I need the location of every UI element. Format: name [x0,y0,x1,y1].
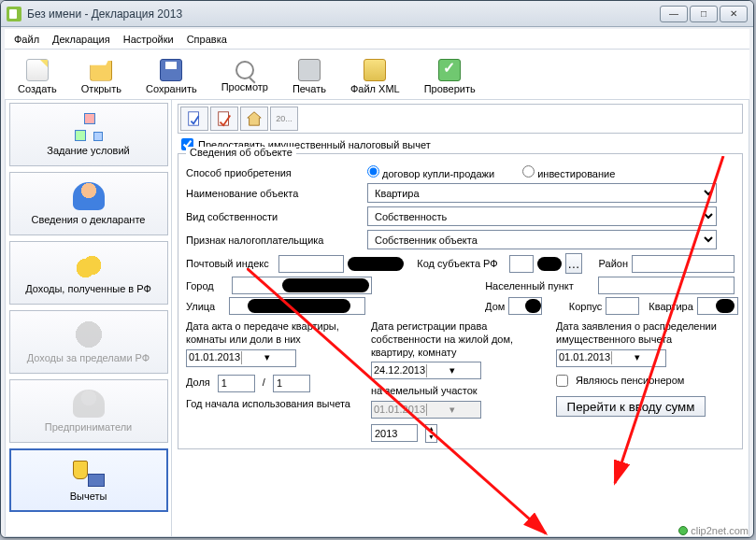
date-land-label: на земельный участок [371,385,543,398]
redaction [537,257,562,271]
year-start-label: Год начала использования вычета [186,398,358,411]
check-icon [438,59,461,81]
app-icon [7,7,21,21]
year-up-button[interactable]: ▲ [426,425,436,433]
deduction-icon [73,459,105,487]
sidebar-item-income-abroad[interactable]: Доходы за пределами РФ [9,310,168,374]
tab-losses[interactable]: 20... [270,107,298,131]
moneybag-icon [73,320,105,348]
city-label: Город [186,280,228,291]
flat-label: Квартира [649,301,693,312]
menubar: Файл Декларация Настройки Справка [5,29,749,50]
redaction [525,299,540,313]
date-reg-label: Дата регистрации права собственности на … [371,320,543,359]
ownership-label: Вид собственности [186,211,362,222]
magnifier-icon [235,61,254,79]
print-button[interactable]: Печать [292,59,326,94]
acquisition-label: Способ приобретения [186,167,362,178]
goto-sums-button[interactable]: Перейти к вводу сумм [556,396,706,417]
preview-button[interactable]: Просмотр [221,61,268,92]
taxpayer-select[interactable]: Собственник объекта [367,230,717,249]
close-button[interactable]: ✕ [720,6,748,22]
redaction [248,299,350,313]
main-panel: 20... Предоставить имущественный налогов… [172,100,749,536]
object-name-select[interactable]: Квартира [367,183,717,203]
locality-input[interactable] [598,277,735,294]
menu-help[interactable]: Справка [187,34,227,45]
menu-file[interactable]: Файл [14,34,39,45]
maximize-button[interactable]: □ [690,6,718,22]
xml-button[interactable]: Файл XML [350,59,400,94]
share-numerator-input[interactable] [218,375,255,392]
region-code-label: Код субъекта РФ [417,258,506,269]
district-input[interactable] [632,255,735,273]
region-code-input[interactable] [509,255,534,273]
redaction [716,299,735,313]
district-label: Район [599,258,628,269]
menu-settings[interactable]: Настройки [123,34,174,45]
group-title: Сведения об объекте [186,147,296,158]
year-down-button[interactable]: ▼ [426,433,436,442]
tab-property[interactable] [240,107,268,131]
radio-purchase[interactable]: договор купли-продажи [367,165,494,179]
radio-investment[interactable]: инвестирование [522,165,615,179]
dropdown-icon[interactable]: ▾ [426,404,479,417]
object-info-group: Сведения об объекте Способ приобретения … [178,153,743,449]
deduction-tabs: 20... [178,104,743,134]
coins-icon [73,251,105,279]
date-land-input[interactable]: 01.01.2013▾ [371,401,481,419]
toolbar: Создать Открыть Сохранить Просмотр Печат… [5,50,749,100]
pensioner-checkbox[interactable]: Являюсь пенсионером [556,375,728,388]
sidebar-item-declarant[interactable]: Сведения о декларанте [9,172,168,235]
zip-label: Почтовый индекс [186,258,275,269]
date-act-input[interactable]: 01.01.2013▾ [186,349,296,367]
sidebar-item-deductions[interactable]: Вычеты [9,448,168,512]
save-icon [160,59,182,81]
open-button[interactable]: Открыть [81,59,121,94]
redaction [282,278,369,292]
year-start-input[interactable] [371,424,418,442]
date-app-input[interactable]: 01.01.2013▾ [556,349,666,367]
businessperson-icon [73,390,105,418]
redaction [348,257,404,271]
sidebar-item-income-rf[interactable]: Доходы, полученные в РФ [9,241,168,305]
taxpayer-label: Признак налогоплательщика [186,234,362,246]
dropdown-icon[interactable]: ▾ [426,364,479,377]
house-label: Дом [485,301,505,312]
window-title: Без имени - Декларация 2013 [27,7,660,21]
xml-icon [364,59,386,81]
street-label: Улица [186,301,225,312]
watermark: clip2net.com [678,525,749,536]
zip-input[interactable] [278,255,344,273]
region-lookup-button[interactable]: … [565,253,582,274]
check-button[interactable]: Проверить [424,59,476,94]
date-reg-input[interactable]: 24.12.2013▾ [371,362,481,379]
svg-marker-2 [248,112,261,125]
tab-social[interactable] [210,107,238,131]
titlebar: Без имени - Декларация 2013 ― □ ✕ [1,1,753,27]
tree-icon [73,113,105,141]
building-input[interactable] [606,297,639,315]
create-button[interactable]: Создать [18,59,57,94]
open-icon [90,59,112,81]
new-icon [26,59,49,81]
date-act-label: Дата акта о передаче квартиры, комнаты и… [186,320,358,347]
printer-icon [298,59,321,81]
sidebar-item-conditions[interactable]: Задание условий [9,103,168,166]
share-label: Доля [186,377,210,390]
menu-declaration[interactable]: Декларация [52,34,110,45]
tab-standard[interactable] [180,107,208,131]
person-icon [73,182,105,210]
save-button[interactable]: Сохранить [146,59,197,94]
date-app-label: Дата заявления о распределении имуществе… [556,320,728,347]
dropdown-icon[interactable]: ▾ [611,351,664,364]
dropdown-icon[interactable]: ▾ [241,351,294,364]
share-denominator-input[interactable] [273,375,310,392]
locality-label: Населенный пункт [485,280,594,291]
building-label: Корпус [569,301,602,312]
minimize-button[interactable]: ― [660,6,688,22]
ownership-select[interactable]: Собственность [367,206,717,226]
object-name-label: Наименование объекта [186,188,362,199]
sidebar-item-entrepreneur[interactable]: Предприниматели [9,379,168,443]
sidebar: Задание условий Сведения о декларанте До… [6,100,172,536]
